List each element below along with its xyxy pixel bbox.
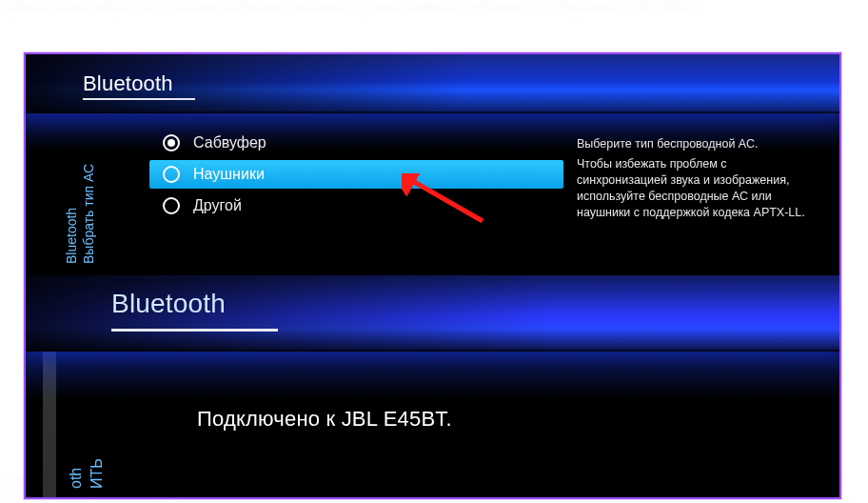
vertical-tab-select-type[interactable]: Выбрать тип АС	[81, 164, 96, 264]
header-underline	[83, 98, 195, 100]
radio-icon	[163, 166, 180, 183]
radio-icon	[163, 197, 180, 214]
body-text-above: Дальше нужно выбрать тип устройства. Выб…	[10, 0, 858, 15]
vertical-tabs: Bluetooth Выбрать тип АС	[64, 123, 92, 266]
option-other[interactable]: Другой	[149, 191, 563, 220]
device-type-list: Сабвуфер Наушники Другой	[149, 129, 563, 223]
connection-status: Подключено к JBL E45BT.	[197, 407, 452, 432]
vertical-tab-bluetooth[interactable]: Bluetooth	[64, 208, 79, 264]
option-label: Другой	[193, 197, 550, 214]
option-subwoofer[interactable]: Сабвуфер	[149, 129, 563, 157]
option-headphones[interactable]: Наушники	[149, 160, 563, 189]
header-title: Bluetooth	[111, 289, 226, 319]
help-title: Выберите тип беспроводной АС.	[577, 136, 815, 152]
help-text: Выберите тип беспроводной АС. Чтобы избе…	[577, 136, 815, 220]
tv-screen-connected: Bluetooth oth ИТЬ Подключено к JBL E45BT…	[26, 275, 839, 497]
vertical-tabs: oth ИТЬ	[68, 367, 96, 491]
header-underline	[111, 329, 278, 332]
radio-icon	[163, 134, 180, 151]
header-bar: Bluetooth	[26, 275, 839, 352]
vertical-tab-partial-2[interactable]: ИТЬ	[89, 458, 106, 489]
header-title: Bluetooth	[83, 71, 173, 96]
header-bar: Bluetooth	[26, 54, 839, 113]
header-glow	[26, 352, 839, 399]
option-label: Наушники	[193, 166, 550, 183]
vertical-tab-partial-1[interactable]: oth	[68, 468, 85, 489]
help-body: Чтобы избежать проблем с синхронизацией …	[577, 156, 815, 221]
screenshot-frame: Bluetooth Bluetooth Выбрать тип АС Сабву…	[24, 52, 841, 499]
option-label: Сабвуфер	[193, 134, 550, 151]
tv-screen-select-type: Bluetooth Bluetooth Выбрать тип АС Сабву…	[26, 54, 839, 272]
